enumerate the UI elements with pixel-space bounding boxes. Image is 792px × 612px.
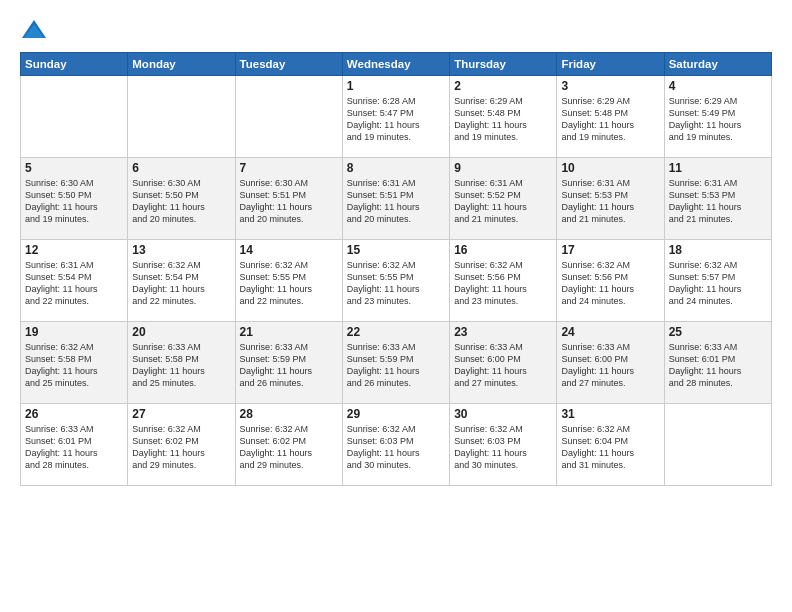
day-cell: 11Sunrise: 6:31 AM Sunset: 5:53 PM Dayli…	[664, 158, 771, 240]
day-info: Sunrise: 6:31 AM Sunset: 5:53 PM Dayligh…	[561, 177, 659, 226]
day-cell: 16Sunrise: 6:32 AM Sunset: 5:56 PM Dayli…	[450, 240, 557, 322]
day-number: 28	[240, 407, 338, 421]
day-info: Sunrise: 6:32 AM Sunset: 6:02 PM Dayligh…	[240, 423, 338, 472]
day-cell: 25Sunrise: 6:33 AM Sunset: 6:01 PM Dayli…	[664, 322, 771, 404]
day-number: 16	[454, 243, 552, 257]
day-number: 25	[669, 325, 767, 339]
day-number: 23	[454, 325, 552, 339]
day-cell: 4Sunrise: 6:29 AM Sunset: 5:49 PM Daylig…	[664, 76, 771, 158]
day-info: Sunrise: 6:30 AM Sunset: 5:51 PM Dayligh…	[240, 177, 338, 226]
day-number: 20	[132, 325, 230, 339]
day-info: Sunrise: 6:31 AM Sunset: 5:54 PM Dayligh…	[25, 259, 123, 308]
day-number: 13	[132, 243, 230, 257]
day-number: 11	[669, 161, 767, 175]
week-row-1: 5Sunrise: 6:30 AM Sunset: 5:50 PM Daylig…	[21, 158, 772, 240]
logo	[20, 16, 52, 44]
day-info: Sunrise: 6:30 AM Sunset: 5:50 PM Dayligh…	[132, 177, 230, 226]
weekday-header-saturday: Saturday	[664, 53, 771, 76]
day-number: 3	[561, 79, 659, 93]
day-info: Sunrise: 6:29 AM Sunset: 5:48 PM Dayligh…	[454, 95, 552, 144]
week-row-2: 12Sunrise: 6:31 AM Sunset: 5:54 PM Dayli…	[21, 240, 772, 322]
day-cell: 9Sunrise: 6:31 AM Sunset: 5:52 PM Daylig…	[450, 158, 557, 240]
day-info: Sunrise: 6:31 AM Sunset: 5:53 PM Dayligh…	[669, 177, 767, 226]
day-info: Sunrise: 6:33 AM Sunset: 6:00 PM Dayligh…	[454, 341, 552, 390]
day-number: 18	[669, 243, 767, 257]
day-cell: 6Sunrise: 6:30 AM Sunset: 5:50 PM Daylig…	[128, 158, 235, 240]
weekday-header-wednesday: Wednesday	[342, 53, 449, 76]
day-cell: 13Sunrise: 6:32 AM Sunset: 5:54 PM Dayli…	[128, 240, 235, 322]
day-number: 21	[240, 325, 338, 339]
weekday-header-thursday: Thursday	[450, 53, 557, 76]
day-cell: 8Sunrise: 6:31 AM Sunset: 5:51 PM Daylig…	[342, 158, 449, 240]
header	[20, 16, 772, 44]
day-cell	[235, 76, 342, 158]
day-info: Sunrise: 6:33 AM Sunset: 5:59 PM Dayligh…	[347, 341, 445, 390]
day-number: 12	[25, 243, 123, 257]
day-cell: 23Sunrise: 6:33 AM Sunset: 6:00 PM Dayli…	[450, 322, 557, 404]
day-cell: 20Sunrise: 6:33 AM Sunset: 5:58 PM Dayli…	[128, 322, 235, 404]
day-number: 4	[669, 79, 767, 93]
day-info: Sunrise: 6:32 AM Sunset: 5:54 PM Dayligh…	[132, 259, 230, 308]
weekday-row: SundayMondayTuesdayWednesdayThursdayFrid…	[21, 53, 772, 76]
day-cell: 5Sunrise: 6:30 AM Sunset: 5:50 PM Daylig…	[21, 158, 128, 240]
day-info: Sunrise: 6:32 AM Sunset: 5:56 PM Dayligh…	[454, 259, 552, 308]
day-cell: 3Sunrise: 6:29 AM Sunset: 5:48 PM Daylig…	[557, 76, 664, 158]
day-info: Sunrise: 6:33 AM Sunset: 6:01 PM Dayligh…	[25, 423, 123, 472]
day-cell: 17Sunrise: 6:32 AM Sunset: 5:56 PM Dayli…	[557, 240, 664, 322]
day-number: 6	[132, 161, 230, 175]
day-number: 27	[132, 407, 230, 421]
day-info: Sunrise: 6:31 AM Sunset: 5:51 PM Dayligh…	[347, 177, 445, 226]
day-info: Sunrise: 6:33 AM Sunset: 5:58 PM Dayligh…	[132, 341, 230, 390]
week-row-4: 26Sunrise: 6:33 AM Sunset: 6:01 PM Dayli…	[21, 404, 772, 486]
day-cell: 27Sunrise: 6:32 AM Sunset: 6:02 PM Dayli…	[128, 404, 235, 486]
day-number: 9	[454, 161, 552, 175]
day-info: Sunrise: 6:28 AM Sunset: 5:47 PM Dayligh…	[347, 95, 445, 144]
day-info: Sunrise: 6:32 AM Sunset: 5:56 PM Dayligh…	[561, 259, 659, 308]
day-cell: 30Sunrise: 6:32 AM Sunset: 6:03 PM Dayli…	[450, 404, 557, 486]
day-info: Sunrise: 6:32 AM Sunset: 6:02 PM Dayligh…	[132, 423, 230, 472]
day-info: Sunrise: 6:32 AM Sunset: 5:57 PM Dayligh…	[669, 259, 767, 308]
day-cell: 18Sunrise: 6:32 AM Sunset: 5:57 PM Dayli…	[664, 240, 771, 322]
day-number: 7	[240, 161, 338, 175]
calendar-body: 1Sunrise: 6:28 AM Sunset: 5:47 PM Daylig…	[21, 76, 772, 486]
day-number: 2	[454, 79, 552, 93]
day-info: Sunrise: 6:32 AM Sunset: 6:04 PM Dayligh…	[561, 423, 659, 472]
day-cell	[664, 404, 771, 486]
day-number: 24	[561, 325, 659, 339]
day-cell: 28Sunrise: 6:32 AM Sunset: 6:02 PM Dayli…	[235, 404, 342, 486]
day-cell: 10Sunrise: 6:31 AM Sunset: 5:53 PM Dayli…	[557, 158, 664, 240]
day-number: 10	[561, 161, 659, 175]
day-cell: 21Sunrise: 6:33 AM Sunset: 5:59 PM Dayli…	[235, 322, 342, 404]
day-info: Sunrise: 6:30 AM Sunset: 5:50 PM Dayligh…	[25, 177, 123, 226]
day-cell: 14Sunrise: 6:32 AM Sunset: 5:55 PM Dayli…	[235, 240, 342, 322]
day-info: Sunrise: 6:32 AM Sunset: 5:55 PM Dayligh…	[240, 259, 338, 308]
day-number: 19	[25, 325, 123, 339]
page: SundayMondayTuesdayWednesdayThursdayFrid…	[0, 0, 792, 612]
day-number: 5	[25, 161, 123, 175]
weekday-header-tuesday: Tuesday	[235, 53, 342, 76]
weekday-header-sunday: Sunday	[21, 53, 128, 76]
day-cell: 26Sunrise: 6:33 AM Sunset: 6:01 PM Dayli…	[21, 404, 128, 486]
day-cell: 22Sunrise: 6:33 AM Sunset: 5:59 PM Dayli…	[342, 322, 449, 404]
day-info: Sunrise: 6:33 AM Sunset: 5:59 PM Dayligh…	[240, 341, 338, 390]
day-cell: 29Sunrise: 6:32 AM Sunset: 6:03 PM Dayli…	[342, 404, 449, 486]
day-number: 29	[347, 407, 445, 421]
day-info: Sunrise: 6:29 AM Sunset: 5:48 PM Dayligh…	[561, 95, 659, 144]
week-row-3: 19Sunrise: 6:32 AM Sunset: 5:58 PM Dayli…	[21, 322, 772, 404]
day-info: Sunrise: 6:32 AM Sunset: 6:03 PM Dayligh…	[347, 423, 445, 472]
day-cell	[21, 76, 128, 158]
week-row-0: 1Sunrise: 6:28 AM Sunset: 5:47 PM Daylig…	[21, 76, 772, 158]
day-number: 30	[454, 407, 552, 421]
day-number: 26	[25, 407, 123, 421]
weekday-header-friday: Friday	[557, 53, 664, 76]
day-info: Sunrise: 6:32 AM Sunset: 6:03 PM Dayligh…	[454, 423, 552, 472]
day-cell: 15Sunrise: 6:32 AM Sunset: 5:55 PM Dayli…	[342, 240, 449, 322]
day-cell: 2Sunrise: 6:29 AM Sunset: 5:48 PM Daylig…	[450, 76, 557, 158]
day-info: Sunrise: 6:29 AM Sunset: 5:49 PM Dayligh…	[669, 95, 767, 144]
day-number: 8	[347, 161, 445, 175]
day-cell: 12Sunrise: 6:31 AM Sunset: 5:54 PM Dayli…	[21, 240, 128, 322]
day-number: 14	[240, 243, 338, 257]
day-info: Sunrise: 6:32 AM Sunset: 5:58 PM Dayligh…	[25, 341, 123, 390]
day-cell: 31Sunrise: 6:32 AM Sunset: 6:04 PM Dayli…	[557, 404, 664, 486]
logo-icon	[20, 16, 48, 44]
